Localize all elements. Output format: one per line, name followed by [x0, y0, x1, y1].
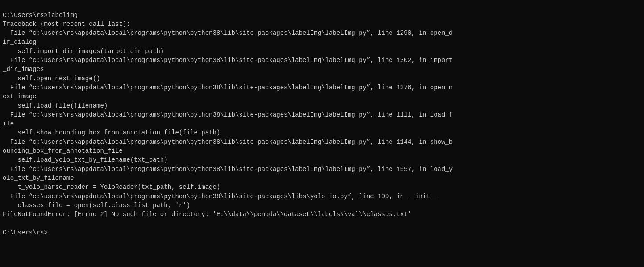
line-12: File “c:\users\rs\appdata\local\programs…: [3, 110, 641, 119]
line-19: olo_txt_by_filename: [3, 174, 641, 183]
line-11: self.load_file(filename): [3, 101, 641, 110]
line-4: ir_dialog: [3, 38, 641, 46]
line-17: self.load_yolo_txt_by_filename(txt_path): [3, 155, 641, 164]
line-10: ext_image: [3, 92, 641, 101]
line-2: Traceback (most recent call last):: [3, 20, 641, 29]
line-14: self.show_bounding_box_from_annotation_f…: [3, 128, 641, 137]
line-16: ounding_box_from_annotation_file: [3, 146, 641, 155]
line-25: C:\Users\rs>: [3, 228, 641, 237]
terminal-window[interactable]: C:\Users\rs>labelimg Traceback (most rec…: [0, 0, 644, 267]
line-6: File “c:\users\rs\appdata\local\programs…: [3, 56, 641, 65]
line-20: t_yolo_parse_reader = YoloReader(txt_pat…: [3, 183, 641, 192]
line-18: File “c:\users\rs\appdata\local\programs…: [3, 165, 641, 174]
line-1: C:\Users\rs>labelimg: [3, 11, 641, 20]
line-23: FileNotFoundError: [Errno 2] No such fil…: [3, 210, 641, 219]
line-5: self.import_dir_images(target_dir_path): [3, 47, 641, 56]
line-3: File “c:\users\rs\appdata\local\programs…: [3, 29, 641, 38]
line-15: File “c:\users\rs\appdata\local\programs…: [3, 138, 641, 146]
line-9: File “c:\users\rs\appdata\local\programs…: [3, 83, 641, 92]
line-8: self.open_next_image(): [3, 74, 641, 83]
line-24: [3, 219, 641, 228]
line-13: ile: [3, 119, 641, 128]
line-7: _dir_images: [3, 65, 641, 74]
line-21: File “c:\users\rs\appdata\local\programs…: [3, 192, 641, 201]
line-22: classes_file = open(self.class_list_path…: [3, 201, 641, 210]
